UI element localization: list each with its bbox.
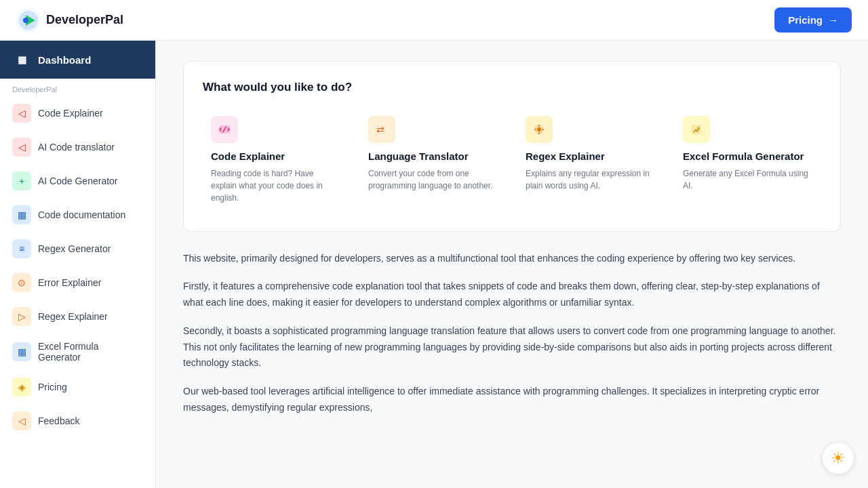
pricing-nav-button[interactable]: Pricing → — [774, 7, 852, 33]
feedback-icon: ◁ — [12, 411, 31, 430]
sidebar-item-excel-formula-generator[interactable]: ▦ Excel Formula Generator — [0, 333, 155, 370]
sidebar-item-dashboard[interactable]: ▦ Dashboard — [0, 41, 155, 79]
error-explainer-icon: ⊙ — [12, 273, 31, 292]
desc-paragraph-2: Firstly, it features a comprehensive cod… — [183, 279, 841, 311]
desc-paragraph-4: Our web-based tool leverages artificial … — [183, 384, 841, 416]
feature-tile-regex-explainer[interactable]: Regex Explainer Explains any regular exp… — [517, 108, 664, 212]
main-layout: ▦ Dashboard DeveloperPal ◁ Code Explaine… — [0, 41, 868, 488]
sidebar-item-regex-generator[interactable]: ≡ Regex Generator — [0, 232, 155, 266]
svg-point-7 — [537, 127, 541, 131]
excel-formula-tile-desc: Generate any Excel Formula using AI. — [683, 167, 813, 192]
code-doc-icon: ▦ — [12, 205, 31, 224]
feature-card: What would you like to do? Code Explaine… — [183, 61, 841, 232]
svg-text:⇄: ⇄ — [376, 124, 384, 135]
regex-explainer-icon: ▷ — [12, 307, 31, 326]
regex-gen-icon: ≡ — [12, 239, 31, 258]
sidebar-item-ai-code-generator[interactable]: + AI Code Generator — [0, 164, 155, 198]
sidebar-item-feedback[interactable]: ◁ Feedback — [0, 404, 155, 438]
feature-tile-code-explainer[interactable]: Code Explainer Reading code is hard? Hav… — [203, 108, 349, 212]
code-explainer-tile-icon — [211, 116, 238, 143]
desc-paragraph-3: Secondly, it boasts a sophisticated prog… — [183, 323, 841, 371]
sidebar-item-pricing[interactable]: ◈ Pricing — [0, 370, 155, 404]
language-translator-tile-icon: ⇄ — [368, 116, 395, 143]
feature-card-title: What would you like to do? — [203, 81, 821, 94]
sidebar-item-error-explainer[interactable]: ⊙ Error Explainer — [0, 266, 155, 300]
regex-explainer-tile-name: Regex Explainer — [526, 150, 656, 163]
pricing-icon: ◈ — [12, 378, 31, 396]
sidebar-item-code-explainer[interactable]: ◁ Code Explainer — [0, 96, 155, 130]
code-explainer-tile-name: Code Explainer — [211, 150, 341, 163]
theme-toggle-button[interactable]: ☀ — [822, 442, 854, 474]
language-translator-tile-name: Language Translator — [368, 150, 498, 163]
regex-explainer-tile-desc: Explains any regular expression in plain… — [526, 167, 656, 192]
svg-point-3 — [23, 18, 28, 23]
excel-formula-tile-name: Excel Formula Generator — [683, 150, 813, 163]
ai-generator-icon: + — [12, 171, 31, 190]
excel-formula-tile-icon — [683, 116, 710, 143]
sidebar-item-regex-explainer[interactable]: ▷ Regex Explainer — [0, 300, 155, 333]
excel-gen-icon: ▦ — [12, 342, 31, 361]
ai-translator-icon: ◁ — [12, 138, 31, 157]
logo-icon — [16, 8, 41, 33]
sun-icon: ☀ — [831, 449, 846, 468]
logo-text: DeveloperPal — [46, 13, 123, 27]
svg-rect-12 — [692, 125, 701, 134]
desc-paragraph-1: This website, primarily designed for dev… — [183, 251, 841, 267]
sidebar-section-label: DeveloperPal — [0, 79, 155, 96]
feature-tile-language-translator[interactable]: ⇄ Language Translator Convert your code … — [360, 108, 507, 212]
regex-explainer-tile-icon — [526, 116, 553, 143]
sidebar-item-code-documentation[interactable]: ▦ Code documentation — [0, 198, 155, 232]
logo-area[interactable]: DeveloperPal — [16, 8, 123, 33]
content-area: What would you like to do? Code Explaine… — [156, 41, 868, 488]
sidebar: ▦ Dashboard DeveloperPal ◁ Code Explaine… — [0, 41, 156, 488]
feature-grid: Code Explainer Reading code is hard? Hav… — [203, 108, 821, 212]
feature-tile-excel-formula[interactable]: Excel Formula Generator Generate any Exc… — [675, 108, 821, 212]
dashboard-icon: ▦ — [12, 50, 31, 69]
code-explainer-tile-desc: Reading code is hard? Have explain what … — [211, 167, 341, 204]
code-explainer-icon: ◁ — [12, 104, 31, 123]
sidebar-item-ai-code-translator[interactable]: ◁ AI Code translator — [0, 130, 155, 164]
language-translator-tile-desc: Convert your code from one programming l… — [368, 167, 498, 192]
topnav: DeveloperPal Pricing → — [0, 0, 868, 41]
